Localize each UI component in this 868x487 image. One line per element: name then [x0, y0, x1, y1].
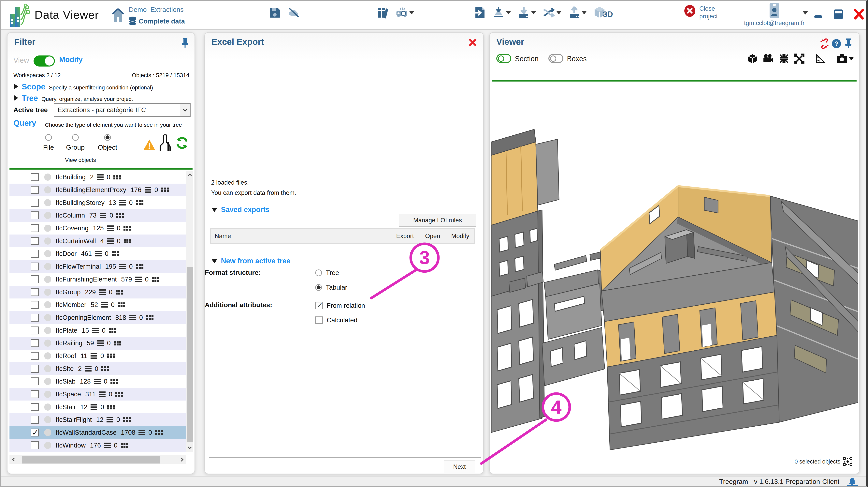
tree-item-checkbox[interactable] — [31, 365, 39, 373]
tree-item-checkbox[interactable] — [31, 441, 39, 449]
tree-item-checkbox[interactable] — [31, 390, 39, 398]
grid-details-icon[interactable] — [124, 239, 126, 241]
expand-arrow-icon[interactable] — [14, 95, 18, 101]
tree-item-row[interactable]: IfcSite 2 0 — [9, 362, 186, 375]
projector-menu[interactable] — [396, 6, 414, 19]
grid-details-icon[interactable] — [107, 405, 109, 407]
3d-model-view[interactable] — [491, 83, 858, 464]
grid-details-icon[interactable] — [123, 226, 125, 228]
grid-details-icon[interactable] — [111, 379, 113, 381]
list-details-icon[interactable] — [99, 289, 106, 295]
grid-details-icon[interactable] — [136, 200, 138, 202]
library-books-icon[interactable] — [377, 6, 389, 19]
grid-details-icon[interactable] — [114, 341, 116, 343]
close-icon[interactable] — [469, 38, 476, 47]
from-relation-checkbox[interactable] — [315, 302, 323, 309]
breadcrumb-project[interactable]: Demo_Extractions — [129, 6, 184, 13]
list-details-icon[interactable] — [107, 225, 114, 231]
tree-item-row[interactable]: IfcGroup 229 0 — [9, 286, 186, 298]
tree-item-checkbox[interactable] — [31, 314, 39, 321]
cube-view-icon[interactable] — [747, 54, 757, 64]
tree-format-radio-icon[interactable] — [315, 269, 322, 276]
radio-object[interactable]: Object — [97, 134, 118, 151]
group-radio-icon[interactable] — [72, 134, 79, 141]
tree-item-checkbox[interactable] — [31, 262, 39, 270]
list-details-icon[interactable] — [104, 442, 111, 448]
user-account[interactable]: tgm.cclot@treegram.fr — [739, 3, 810, 27]
list-details-icon[interactable] — [97, 340, 104, 346]
selection-box-icon[interactable] — [843, 457, 852, 466]
screenshot-menu[interactable] — [836, 54, 854, 63]
list-details-icon[interactable] — [119, 264, 126, 269]
grid-details-icon[interactable] — [116, 213, 118, 215]
select-chevron[interactable] — [180, 104, 190, 116]
unlink-icon[interactable] — [819, 38, 830, 49]
pin-icon[interactable] — [844, 38, 852, 48]
tree-item-row[interactable]: IfcRailing 59 0 — [9, 337, 186, 350]
tree-item-row[interactable]: IfcFlowTerminal 195 0 — [9, 260, 186, 273]
help-icon[interactable]: ? — [832, 39, 841, 48]
tree-item-row[interactable]: IfcBuilding 2 0 — [9, 171, 186, 183]
manage-loi-rules-button[interactable]: Manage LOI rules — [399, 214, 476, 227]
list-details-icon[interactable] — [100, 212, 106, 218]
expand-view-icon[interactable] — [794, 54, 804, 64]
object-radio-icon[interactable] — [104, 134, 111, 141]
grid-details-icon[interactable] — [161, 188, 163, 190]
tree-item-checkbox[interactable] — [31, 352, 39, 360]
calculated-option[interactable]: Calculated — [315, 316, 358, 324]
grid-details-icon[interactable] — [152, 277, 154, 279]
tree-item-checkbox[interactable] — [31, 403, 39, 411]
from-relation-option[interactable]: From relation — [315, 302, 365, 309]
collapse-arrow-icon[interactable] — [212, 208, 217, 212]
breadcrumb-dataset[interactable]: Complete data — [129, 17, 185, 26]
tree-item-row[interactable]: IfcCurtainWall 4 0 — [9, 234, 186, 247]
scope-link[interactable]: Scope — [22, 82, 45, 91]
tree-section[interactable]: Tree Query, organize, analyse your proje… — [14, 94, 133, 103]
upload-menu[interactable] — [568, 6, 587, 19]
tree-item-checkbox[interactable] — [31, 237, 39, 245]
pin-icon[interactable] — [181, 37, 189, 48]
grid-details-icon[interactable] — [109, 328, 111, 330]
grid-details-icon[interactable] — [118, 303, 120, 305]
list-details-icon[interactable] — [91, 404, 97, 410]
radio-group[interactable]: Group — [65, 134, 85, 151]
import-file-icon[interactable] — [473, 6, 486, 19]
list-details-icon[interactable] — [95, 251, 102, 256]
expand-arrow-icon[interactable] — [14, 84, 18, 89]
tabular-format-radio-icon[interactable] — [315, 284, 322, 291]
window-maximize-button[interactable] — [832, 8, 845, 21]
tree-item-row[interactable]: IfcOpeningElement 818 0 — [9, 311, 186, 324]
new-from-tree-section[interactable]: New from active tree — [212, 257, 290, 265]
format-tree-option[interactable]: Tree — [315, 269, 339, 277]
tree-item-row[interactable]: IfcBuildingElementProxy 176 0 — [9, 183, 186, 196]
tree-item-checkbox[interactable] — [31, 288, 39, 296]
window-minimize-button[interactable] — [812, 8, 825, 21]
tree-item-row[interactable]: IfcWallStandardCase 1708 0 — [9, 426, 186, 439]
tree-item-checkbox[interactable] — [31, 186, 39, 194]
tree-item-checkbox[interactable] — [31, 276, 39, 283]
tree-item-row[interactable]: IfcWindow 176 0 — [9, 439, 186, 452]
file-radio-icon[interactable] — [45, 134, 52, 141]
list-details-icon[interactable] — [94, 379, 101, 384]
list-details-icon[interactable] — [97, 174, 103, 180]
tree-item-checkbox[interactable] — [31, 199, 39, 207]
vertical-scrollbar[interactable] — [186, 171, 193, 452]
grid-details-icon[interactable] — [112, 251, 114, 253]
tree-item-checkbox[interactable] — [31, 301, 39, 309]
tree-item-row[interactable]: IfcMember 52 0 — [9, 298, 186, 311]
notifications-bell-icon[interactable] — [848, 477, 856, 486]
format-tabular-option[interactable]: Tabular — [315, 284, 347, 291]
tree-item-row[interactable]: IfcDoor 461 0 — [9, 247, 186, 260]
export-3d-button[interactable]: 3D — [593, 6, 613, 19]
refresh-icon[interactable] — [176, 136, 189, 149]
tree-item-row[interactable]: IfcColumn 73 0 — [9, 209, 186, 222]
tree-item-checkbox[interactable] — [31, 326, 39, 335]
tree-item-row[interactable]: IfcSlab 128 0 — [9, 375, 186, 388]
collapse-arrow-icon[interactable] — [212, 259, 217, 263]
grid-details-icon[interactable] — [136, 264, 138, 266]
active-tree-select[interactable]: Extractions - par catégorie IFC — [54, 103, 191, 117]
list-details-icon[interactable] — [106, 417, 113, 423]
grid-details-icon[interactable] — [115, 392, 117, 394]
saved-exports-section[interactable]: Saved exports — [212, 205, 270, 214]
tree-item-checkbox[interactable] — [31, 416, 39, 424]
